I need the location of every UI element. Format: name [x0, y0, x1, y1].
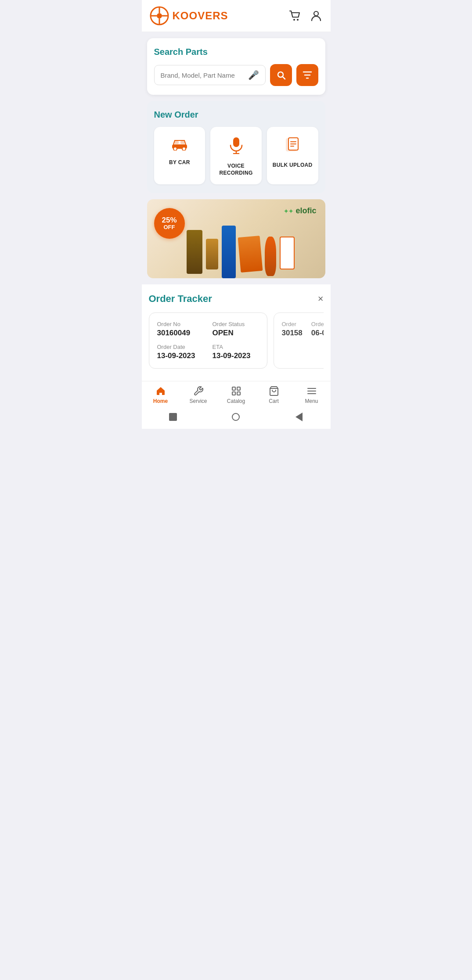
- svg-rect-24: [232, 392, 235, 395]
- order-card-1[interactable]: Order No 30160049 Order Status OPEN Orde…: [149, 312, 267, 369]
- svg-point-11: [182, 147, 186, 151]
- eta-label: ETA: [213, 344, 259, 350]
- search-input-wrap: 🎤: [154, 65, 266, 85]
- order-no-label: Order No: [157, 321, 204, 327]
- sys-home-button[interactable]: [231, 412, 241, 422]
- nav-cart[interactable]: Cart: [261, 386, 287, 404]
- bulk-upload-card[interactable]: BULK UPLOAD: [267, 127, 318, 184]
- logo-text: KOOVERS: [173, 10, 228, 22]
- discount-badge: 25% OFF: [154, 208, 185, 239]
- filter-cylinder-5: [265, 237, 276, 276]
- order-no-field-2: Order 30158: [282, 321, 303, 337]
- nav-menu[interactable]: Menu: [299, 386, 325, 404]
- tracker-title: Order Tracker: [149, 293, 212, 305]
- menu-icon: [306, 386, 317, 396]
- user-icon[interactable]: [310, 9, 323, 22]
- svg-rect-12: [174, 141, 179, 144]
- order-grid-2: Order 30158 Order 06-09: [282, 321, 324, 337]
- home-label: Home: [153, 398, 168, 404]
- filter-button[interactable]: [296, 64, 318, 86]
- voice-icon: [228, 136, 244, 158]
- search-section: Search Parts 🎤: [147, 38, 325, 95]
- tracker-header: Order Tracker ×: [149, 293, 324, 305]
- order-date-field-2: Order 06-09: [311, 321, 324, 337]
- header: KOOVERS: [142, 0, 331, 32]
- discount-label: OFF: [164, 224, 175, 230]
- svg-rect-13: [180, 141, 185, 144]
- order-date-value: 13-09-2023: [157, 352, 204, 360]
- bulk-upload-label: BULK UPLOAD: [273, 162, 313, 169]
- menu-label: Menu: [305, 398, 318, 404]
- catalog-label: Catalog: [227, 398, 245, 404]
- elofic-logo: ✦✦ elofic: [284, 206, 316, 215]
- order-card-2[interactable]: Order 30158 Order 06-09: [274, 312, 324, 369]
- system-nav-bar: [142, 407, 331, 429]
- order-cards-row: Order No 30160049 Order Status OPEN Orde…: [149, 312, 324, 372]
- new-order-section: New Order BY CAR: [147, 101, 325, 193]
- order-grid-1: Order No 30160049 Order Status OPEN Orde…: [157, 321, 259, 360]
- banner-section[interactable]: 25% OFF ✦✦ elofic: [147, 199, 325, 278]
- filter-cylinder-4: [238, 236, 263, 273]
- svg-point-1: [157, 13, 162, 18]
- voice-recording-label: VOICERECORDING: [219, 163, 252, 176]
- nav-catalog[interactable]: Catalog: [223, 386, 249, 404]
- svg-rect-22: [232, 387, 235, 390]
- svg-point-10: [173, 147, 177, 151]
- sys-circle-icon: [232, 413, 240, 421]
- filter-cylinder-6: [280, 237, 295, 269]
- bulk-upload-icon: [285, 136, 300, 157]
- cart-icon[interactable]: [288, 9, 302, 22]
- service-icon: [193, 386, 204, 396]
- svg-point-6: [293, 19, 295, 21]
- service-label: Service: [189, 398, 207, 404]
- order-date-value-2: 06-09: [311, 329, 324, 337]
- by-car-label: BY CAR: [169, 159, 190, 166]
- elofic-dot-icon: ✦✦: [284, 208, 293, 215]
- header-icons: [288, 9, 323, 22]
- search-row: 🎤: [154, 64, 318, 86]
- tracker-close-button[interactable]: ×: [318, 294, 324, 304]
- filter-cylinder-3: [222, 226, 236, 278]
- svg-rect-14: [233, 137, 239, 147]
- svg-point-8: [314, 11, 318, 16]
- order-eta-field: ETA 13-09-2023: [213, 344, 259, 360]
- sys-square-button[interactable]: [168, 412, 178, 422]
- car-icon: [171, 136, 188, 154]
- new-order-title: New Order: [154, 110, 318, 120]
- sys-back-button[interactable]: [294, 412, 304, 422]
- svg-rect-25: [237, 392, 240, 395]
- order-no-value: 30160049: [157, 329, 204, 337]
- banner-filters: [187, 208, 308, 278]
- svg-rect-23: [237, 387, 240, 390]
- search-title: Search Parts: [154, 47, 318, 57]
- mic-icon[interactable]: 🎤: [248, 70, 259, 80]
- order-no-label-2: Order: [282, 321, 303, 327]
- nav-service[interactable]: Service: [185, 386, 212, 404]
- logo[interactable]: KOOVERS: [150, 6, 228, 25]
- svg-point-7: [297, 19, 299, 21]
- order-date-label-2: Order: [311, 321, 324, 327]
- search-input[interactable]: [161, 72, 248, 79]
- catalog-icon: [231, 386, 241, 396]
- order-status-field: Order Status OPEN: [213, 321, 259, 337]
- order-tracker-section: Order Tracker × Order No 30160049 Order …: [142, 284, 331, 381]
- order-status-label: Order Status: [213, 321, 259, 327]
- order-date-field: Order Date 13-09-2023: [157, 344, 204, 360]
- eta-value: 13-09-2023: [213, 352, 259, 360]
- koovers-logo-icon: [150, 6, 169, 25]
- sys-square-icon: [169, 413, 177, 421]
- voice-recording-card[interactable]: VOICERECORDING: [210, 127, 262, 184]
- filter-cylinder-1: [187, 230, 202, 274]
- order-cards: BY CAR VOICERECORDING: [154, 127, 318, 184]
- search-button[interactable]: [270, 64, 292, 86]
- home-icon: [155, 386, 166, 396]
- cart-label: Cart: [269, 398, 279, 404]
- by-car-card[interactable]: BY CAR: [154, 127, 205, 184]
- order-date-label: Order Date: [157, 344, 204, 350]
- cart-nav-icon: [269, 386, 279, 396]
- filter-cylinder-2: [206, 239, 218, 269]
- nav-home[interactable]: Home: [148, 386, 174, 404]
- order-status-value: OPEN: [213, 329, 259, 337]
- discount-percent: 25%: [162, 216, 177, 225]
- order-no-value-2: 30158: [282, 329, 303, 337]
